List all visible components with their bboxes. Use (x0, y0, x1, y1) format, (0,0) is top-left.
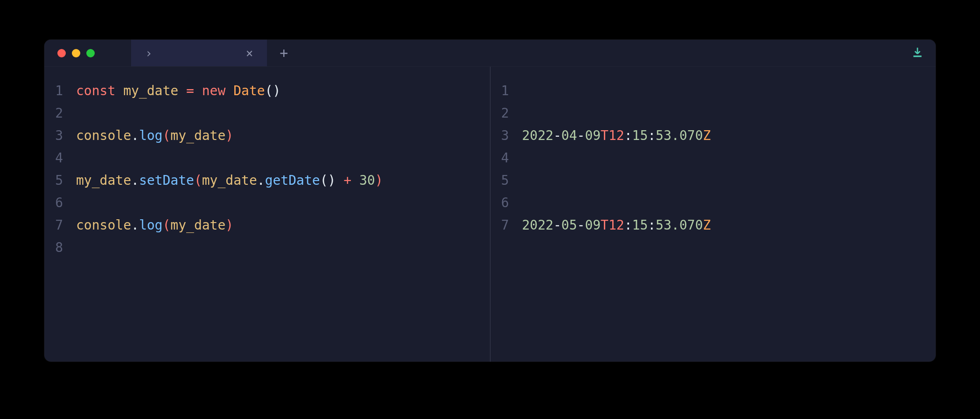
code-token: my_date (76, 173, 131, 188)
code-token: 15 (632, 128, 648, 143)
code-token: . (257, 173, 265, 188)
line-number: 6 (490, 192, 522, 214)
editor-area: 1const my_date = new Date()23console.log… (44, 67, 936, 362)
line-number: 7 (44, 214, 76, 237)
code-line[interactable]: 2 (44, 102, 490, 125)
line-number: 5 (44, 169, 76, 192)
code-token: = (186, 83, 194, 98)
code-token: 15 (632, 217, 648, 233)
minimize-window-button[interactable] (72, 49, 80, 57)
line-number: 4 (44, 147, 76, 169)
tab-title: › (145, 46, 153, 60)
line-number: 4 (490, 147, 522, 169)
maximize-window-button[interactable] (86, 49, 95, 57)
code-token: ( (162, 128, 170, 143)
line-content: console.log(my_date) (76, 214, 233, 237)
code-token (225, 83, 233, 98)
code-token: : (648, 217, 656, 233)
code-token: T12 (601, 128, 624, 143)
code-token: . (131, 128, 139, 143)
code-token: 2022 (522, 217, 553, 233)
tab-bar: › × + (131, 40, 300, 66)
line-number: 2 (44, 102, 76, 125)
code-token: my_date (170, 217, 225, 233)
close-tab-icon[interactable]: × (246, 46, 253, 60)
code-token: my_date (123, 83, 178, 98)
code-token: ( (162, 217, 170, 233)
code-line[interactable]: 4 (490, 147, 936, 169)
code-token: const (76, 83, 115, 98)
code-token: ( (194, 173, 202, 188)
code-token: T12 (601, 217, 624, 233)
code-token: Z (703, 217, 711, 233)
code-line[interactable]: 3console.log(my_date) (44, 125, 490, 147)
output-pane[interactable]: 1232022-04-09T12:15:53.070Z45672022-05-0… (490, 67, 936, 362)
code-token: console (76, 128, 131, 143)
code-token (336, 173, 343, 188)
code-line[interactable]: 6 (490, 192, 936, 214)
code-token: log (139, 217, 163, 233)
code-token: : (624, 128, 632, 143)
code-token: - (577, 128, 585, 143)
code-token: 09 (585, 128, 601, 143)
line-number: 3 (44, 125, 76, 147)
code-token: - (553, 128, 561, 143)
code-token: getDate (265, 173, 320, 188)
code-token: Date (233, 83, 265, 98)
code-token: - (577, 217, 585, 233)
code-token: 04 (561, 128, 577, 143)
line-number: 1 (44, 80, 76, 102)
code-token: - (553, 217, 561, 233)
code-token: 30 (359, 173, 375, 188)
code-token: . (131, 217, 139, 233)
code-line[interactable]: 2 (490, 102, 936, 125)
code-token: new (202, 83, 226, 98)
code-token: 05 (561, 217, 577, 233)
line-number: 6 (44, 192, 76, 214)
close-window-button[interactable] (57, 49, 66, 57)
titlebar: › × + (44, 40, 936, 67)
line-content: my_date.setDate(my_date.getDate() + 30) (76, 169, 383, 192)
code-token: : (648, 128, 656, 143)
code-token: : (624, 217, 632, 233)
code-token: ) (225, 217, 233, 233)
code-token: 09 (585, 217, 601, 233)
code-token (115, 83, 123, 98)
code-line[interactable]: 7console.log(my_date) (44, 214, 490, 237)
code-token: () (320, 173, 336, 188)
code-token: log (139, 128, 163, 143)
code-token: console (76, 217, 131, 233)
code-token: 53.070 (656, 128, 703, 143)
code-token (194, 83, 202, 98)
code-line[interactable]: 32022-04-09T12:15:53.070Z (490, 125, 936, 147)
code-line[interactable]: 1 (490, 80, 936, 102)
code-token (351, 173, 359, 188)
code-line[interactable]: 72022-05-09T12:15:53.070Z (490, 214, 936, 237)
code-token: ) (375, 173, 383, 188)
line-number: 8 (44, 237, 76, 259)
code-line[interactable]: 4 (44, 147, 490, 169)
code-line[interactable]: 8 (44, 237, 490, 259)
line-content: const my_date = new Date() (76, 80, 280, 102)
code-token: ) (225, 128, 233, 143)
plus-icon: + (280, 45, 288, 61)
line-number: 5 (490, 169, 522, 192)
app-window: › × + 1const my_date = new Date()23conso… (44, 40, 936, 362)
code-line[interactable]: 6 (44, 192, 490, 214)
add-tab-button[interactable]: + (267, 40, 300, 66)
code-pane[interactable]: 1const my_date = new Date()23console.log… (44, 67, 490, 362)
line-content: 2022-05-09T12:15:53.070Z (522, 214, 711, 237)
window-controls (44, 49, 95, 57)
code-token: + (343, 173, 351, 188)
line-number: 3 (490, 125, 522, 147)
code-token: Z (703, 128, 711, 143)
tab-active[interactable]: › × (131, 40, 267, 66)
download-icon[interactable] (911, 46, 924, 60)
code-line[interactable]: 1const my_date = new Date() (44, 80, 490, 102)
code-token: setDate (139, 173, 194, 188)
code-line[interactable]: 5 (490, 169, 936, 192)
code-token: my_date (170, 128, 225, 143)
line-content: console.log(my_date) (76, 125, 233, 147)
code-token: 2022 (522, 128, 553, 143)
code-line[interactable]: 5my_date.setDate(my_date.getDate() + 30) (44, 169, 490, 192)
